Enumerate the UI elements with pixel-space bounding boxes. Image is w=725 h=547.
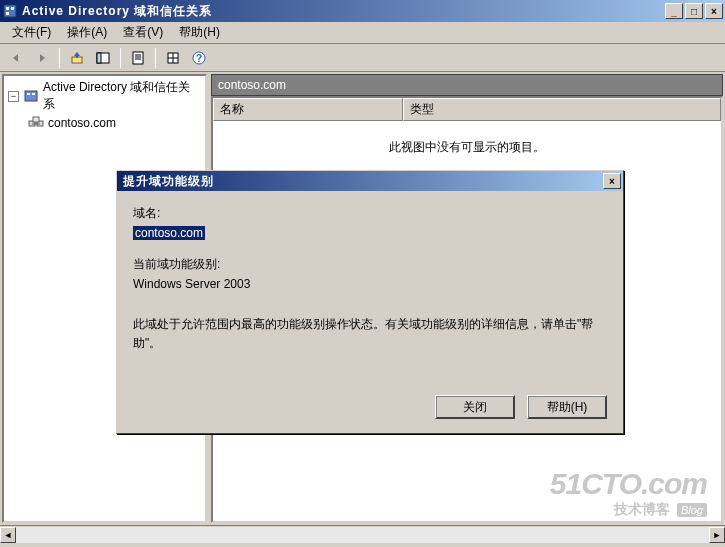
svg-rect-16 — [25, 91, 37, 101]
scroll-right-button[interactable]: ► — [709, 527, 725, 543]
forward-button[interactable] — [30, 47, 54, 69]
refresh-button[interactable] — [161, 47, 185, 69]
menubar: 文件(F) 操作(A) 查看(V) 帮助(H) — [0, 22, 725, 44]
toolbar-separator — [120, 48, 121, 68]
svg-text:?: ? — [196, 53, 202, 64]
tree-root-node[interactable]: − Active Directory 域和信任关系 — [6, 78, 203, 114]
svg-rect-21 — [33, 117, 39, 122]
app-icon — [2, 3, 18, 19]
list-headers: 名称 类型 — [213, 98, 721, 121]
window-title: Active Directory 域和信任关系 — [22, 3, 665, 20]
scroll-track[interactable] — [16, 527, 709, 543]
toolbar-separator — [155, 48, 156, 68]
tree-child-label: contoso.com — [48, 116, 116, 130]
current-level-value: Windows Server 2003 — [133, 277, 607, 291]
svg-rect-7 — [133, 52, 143, 64]
dialog-body: 域名: contoso.com 当前域功能级别: Windows Server … — [117, 191, 623, 391]
horizontal-scrollbar[interactable]: ◄ ► — [0, 525, 725, 543]
domain-name-label: 域名: — [133, 205, 607, 222]
domain-name-value: contoso.com — [133, 226, 205, 240]
svg-rect-6 — [97, 53, 101, 63]
help-button[interactable]: 帮助(H) — [527, 395, 607, 419]
minimize-button[interactable]: _ — [665, 3, 683, 19]
dialog-button-row: 关闭 帮助(H) — [117, 391, 623, 433]
dialog-titlebar[interactable]: 提升域功能级别 × — [117, 171, 623, 191]
window-controls: _ □ × — [665, 3, 723, 19]
column-header-type[interactable]: 类型 — [403, 98, 721, 121]
raise-domain-level-dialog: 提升域功能级别 × 域名: contoso.com 当前域功能级别: Windo… — [116, 170, 624, 434]
menu-help[interactable]: 帮助(H) — [171, 22, 228, 43]
show-hide-tree-button[interactable] — [91, 47, 115, 69]
menu-file[interactable]: 文件(F) — [4, 22, 59, 43]
maximize-button[interactable]: □ — [685, 3, 703, 19]
toolbar-separator — [59, 48, 60, 68]
domain-icon — [28, 115, 44, 131]
column-header-name[interactable]: 名称 — [213, 98, 403, 121]
back-button[interactable] — [4, 47, 28, 69]
svg-rect-17 — [27, 93, 30, 95]
scroll-left-button[interactable]: ◄ — [0, 527, 16, 543]
empty-message: 此视图中没有可显示的项目。 — [389, 139, 545, 156]
svg-rect-0 — [4, 5, 16, 17]
directory-icon — [23, 88, 39, 104]
properties-button[interactable] — [126, 47, 150, 69]
help-button[interactable]: ? — [187, 47, 211, 69]
svg-rect-18 — [32, 93, 35, 95]
close-button[interactable]: 关闭 — [435, 395, 515, 419]
svg-rect-2 — [11, 7, 14, 10]
right-panel-header: contoso.com — [211, 74, 723, 96]
main-titlebar: Active Directory 域和信任关系 _ □ × — [0, 0, 725, 22]
menu-view[interactable]: 查看(V) — [115, 22, 171, 43]
toolbar: ? — [0, 44, 725, 72]
menu-action[interactable]: 操作(A) — [59, 22, 115, 43]
tree-child-node[interactable]: contoso.com — [6, 114, 203, 132]
close-button[interactable]: × — [705, 3, 723, 19]
expand-toggle[interactable]: − — [8, 91, 19, 102]
current-level-label: 当前域功能级别: — [133, 256, 607, 273]
svg-rect-1 — [6, 7, 9, 10]
dialog-title: 提升域功能级别 — [119, 173, 603, 190]
up-button[interactable] — [65, 47, 89, 69]
tree-root-label: Active Directory 域和信任关系 — [43, 79, 201, 113]
svg-rect-3 — [6, 12, 9, 15]
dialog-message: 此域处于允许范围内最高的功能级别操作状态。有关域功能级别的详细信息，请单击"帮助… — [133, 315, 607, 353]
dialog-close-x[interactable]: × — [603, 173, 621, 189]
